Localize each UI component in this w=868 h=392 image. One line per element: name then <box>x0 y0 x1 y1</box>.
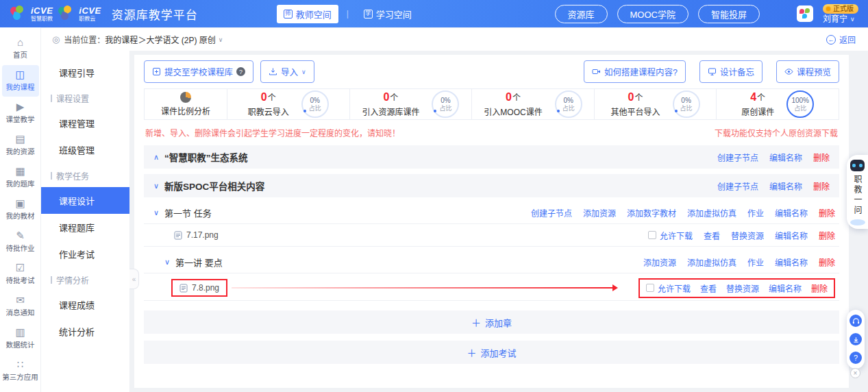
action-delete[interactable]: 删除 <box>819 207 835 219</box>
action-add-virtual-simulation[interactable]: 添加虚拟仿真 <box>687 256 736 268</box>
submenu-class-management[interactable]: 班级管理 <box>41 136 129 163</box>
toolbar-right: 如何搭建课程内容? 设计备忘 课程预览 <box>584 60 839 83</box>
chevron-down-icon: ∨ <box>301 69 306 75</box>
submenu-course-guide[interactable]: 课程引导 <box>41 59 129 86</box>
sidebar-collapse-button[interactable]: « <box>129 269 139 289</box>
allow-download-checkbox-group[interactable]: 允许下载 <box>646 282 691 294</box>
import-button-label: 导入 <box>281 65 298 78</box>
action-replace-resource[interactable]: 替换资源 <box>731 230 764 241</box>
allow-download-checkbox-group[interactable]: 允许下载 <box>648 230 693 241</box>
submit-to-school-library-button[interactable]: 提交至学校课程库 ? <box>144 60 253 83</box>
submenu-course-design[interactable]: 课程设计 <box>41 187 129 214</box>
chevron-down-icon[interactable]: ∨ <box>164 258 170 267</box>
action-create-child-node[interactable]: 创建子节点 <box>717 180 758 192</box>
submit-doc-icon <box>152 67 161 76</box>
logo-primary-brand: iCVE <box>31 6 53 15</box>
action-create-child-node[interactable]: 创建子节点 <box>717 151 758 163</box>
chevron-down-icon[interactable]: ∨ <box>219 36 223 43</box>
action-edit-name[interactable]: 编辑名称 <box>769 180 802 192</box>
nav-separator: | <box>347 9 349 19</box>
sidebar-item-home[interactable]: ⌂ 首页 <box>2 33 39 64</box>
section-row-lecture[interactable]: ∨第一讲 要点 添加资源 添加虚拟仿真 作业 编辑名称 删除 <box>144 251 839 273</box>
nav-teacher-space[interactable]: 师 教师空间 <box>277 5 338 23</box>
sidebar-item-my-textbooks[interactable]: ▣ 我的教材 <box>2 194 39 225</box>
submenu-statistical-analysis[interactable]: 统计分析 <box>41 318 129 345</box>
submenu-course-question-bank[interactable]: 课程题库 <box>41 214 129 241</box>
back-button[interactable]: ← 返回 <box>826 34 856 45</box>
ai-assistant-tab[interactable]: 职教一问 <box>847 155 868 229</box>
chapter-row-ecosystem[interactable]: ∧“智慧职教”生态系统 创建子节点 编辑名称 删除 <box>144 145 839 169</box>
customer-service-button[interactable] <box>850 315 862 327</box>
design-memo-button[interactable]: 设计备忘 <box>699 60 762 83</box>
action-add-digital-textbook[interactable]: 添加数字教材 <box>627 207 676 219</box>
resource-row-78-highlighted[interactable]: 7.8.png 允许下载 查看 替换资源 编辑名称 删除 <box>144 275 839 301</box>
action-delete[interactable]: 删除 <box>819 230 835 241</box>
version-badge-label: 正式版 <box>833 5 854 12</box>
chevron-down-icon[interactable]: ∨ <box>153 182 159 191</box>
help-badge-icon[interactable]: ? <box>236 67 245 76</box>
section-row-task[interactable]: ∨第一节 任务 创建子节点 添加资源 添加数字教材 添加虚拟仿真 作业 编辑名称… <box>144 201 839 224</box>
sidebar-item-third-party-apps[interactable]: ∷ 第三方应用 <box>2 355 39 387</box>
resource-library-button[interactable]: 资源库 <box>555 5 608 23</box>
checkbox-icon[interactable] <box>646 284 654 292</box>
action-edit-name[interactable]: 编辑名称 <box>775 256 808 268</box>
sidebar-item-my-courses[interactable]: ◫ 我的课程 <box>2 65 39 97</box>
action-edit-name[interactable]: 编辑名称 <box>775 230 808 241</box>
nav-learning-space[interactable]: 学 学习空间 <box>357 5 419 23</box>
breadcrumb-my-courses[interactable]: 我的课程 <box>105 34 138 45</box>
action-delete[interactable]: 删除 <box>813 151 830 163</box>
resource-row-717[interactable]: 7.17.png 允许下载 查看 替换资源 编辑名称 删除 <box>144 224 839 247</box>
sidebar-item-my-question-bank[interactable]: ▦ 我的题库 <box>2 162 39 193</box>
action-edit-name[interactable]: 编辑名称 <box>775 207 808 219</box>
submenu-homework-exam[interactable]: 作业考试 <box>41 241 129 267</box>
action-replace-resource[interactable]: 替换资源 <box>726 282 759 294</box>
action-add-resource[interactable]: 添加资源 <box>643 256 676 268</box>
help-button[interactable]: ? <box>850 352 862 364</box>
chapter-row-spoc[interactable]: ∨新版SPOC平台相关内容 创建子节点 编辑名称 删除 <box>144 174 839 197</box>
monitor-icon <box>708 67 717 76</box>
breadcrumb-current-course[interactable]: 大学语文 (2P) 原创 <box>146 34 215 45</box>
action-create-child-node[interactable]: 创建子节点 <box>531 207 572 219</box>
allow-download-label: 允许下载 <box>660 230 693 241</box>
action-delete[interactable]: 删除 <box>811 282 828 294</box>
cloud-download-icon <box>852 336 860 343</box>
app-shortcut-icon[interactable] <box>797 5 813 22</box>
import-button[interactable]: 导入 ∨ <box>260 60 314 83</box>
add-chapter-button[interactable]: ＋添加章 <box>144 310 839 334</box>
ring-dot-icon <box>675 110 678 112</box>
chevron-down-icon[interactable]: ∨ <box>153 208 159 217</box>
action-add-resource[interactable]: 添加资源 <box>583 207 616 219</box>
sidebar-item-notifications[interactable]: ✉ 消息通知 <box>2 291 39 322</box>
sidebar-item-exams-to-grade[interactable]: ☑ 待批考试 <box>2 258 39 290</box>
collapse-widgets-button[interactable]: × <box>850 368 860 378</box>
stat-resource-library-import: 0个引入资源库课件 0%占比 <box>349 89 472 119</box>
add-exam-button[interactable]: ＋添加考试 <box>144 341 839 364</box>
how-to-build-content-button[interactable]: 如何搭建课程内容? <box>584 60 686 83</box>
course-preview-button[interactable]: 课程预览 <box>776 60 839 83</box>
download-center-button[interactable] <box>850 333 862 345</box>
action-add-virtual-simulation[interactable]: 添加虚拟仿真 <box>687 207 736 219</box>
action-edit-name[interactable]: 编辑名称 <box>769 282 802 294</box>
action-homework[interactable]: 作业 <box>747 207 764 219</box>
stat-zhijiaoyun-import: 0个职教云导入 0%占比 <box>227 89 349 119</box>
action-homework[interactable]: 作业 <box>747 256 764 268</box>
action-delete[interactable]: 删除 <box>819 256 835 268</box>
action-delete[interactable]: 删除 <box>813 180 830 192</box>
submenu-course-management[interactable]: 课程管理 <box>41 110 129 136</box>
submenu-course-grades[interactable]: 课程成绩 <box>41 291 129 318</box>
sidebar-item-my-resources[interactable]: ▤ 我的资源 <box>2 130 39 161</box>
action-view[interactable]: 查看 <box>700 282 717 294</box>
sidebar-item-homework-to-grade[interactable]: ✎ 待批作业 <box>2 226 39 258</box>
resources-icon: ▤ <box>15 134 25 144</box>
smart-cast-button[interactable]: 智能投屏 <box>698 5 760 23</box>
user-menu[interactable]: 正式版 刘育宁∨ <box>823 4 858 23</box>
stat-analysis: 课件比例分析 <box>145 89 227 119</box>
action-edit-name[interactable]: 编辑名称 <box>769 151 802 163</box>
progress-change-notice: 新增、导入、删除课件会引起学生学习进度一定程度的变化，请知晓！ <box>145 127 400 138</box>
sidebar-item-data-statistics[interactable]: ▥ 数据统计 <box>2 323 39 354</box>
chevron-up-icon[interactable]: ∧ <box>153 153 159 162</box>
checkbox-icon[interactable] <box>648 231 656 239</box>
sidebar-item-classroom-teaching[interactable]: ▶ 课堂教学 <box>2 97 39 129</box>
action-view[interactable]: 查看 <box>704 230 720 241</box>
mooc-academy-button[interactable]: MOOC学院 <box>617 5 689 23</box>
